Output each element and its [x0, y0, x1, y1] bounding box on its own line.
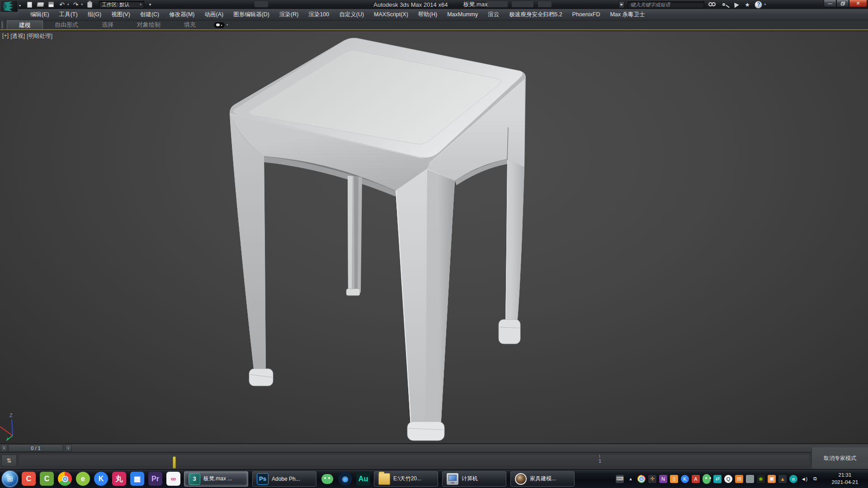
open-mini-curve-editor-button[interactable]: ⇅ [1, 455, 17, 467]
redo-button[interactable]: ↷ [72, 1, 80, 8]
menu-item[interactable]: 渲染(R) [274, 9, 303, 20]
app-video-editor[interactable]: ▦ [130, 472, 144, 486]
tab-populate[interactable]: 填充 [172, 20, 208, 29]
tray-window-util[interactable]: ▤ [735, 475, 743, 483]
tray-eset[interactable]: e [789, 475, 797, 483]
redo-dropdown[interactable]: ▾ [81, 3, 83, 6]
tray-chrome[interactable] [637, 475, 646, 483]
tab-freeform[interactable]: 自由形式 [43, 20, 90, 29]
tray-qq[interactable]: Q [724, 475, 732, 483]
menu-item[interactable]: PhoenixFD [567, 9, 605, 20]
taskbar-clock[interactable]: 21:31 2021-04-21 [826, 472, 864, 486]
help-button[interactable]: ? [755, 1, 762, 9]
app-kuaijian[interactable]: K [94, 472, 108, 486]
menu-item[interactable]: 组(G) [83, 9, 107, 20]
ribbon-minimize-caret[interactable]: ▾ [226, 23, 228, 27]
app-audition[interactable]: Au [356, 472, 370, 486]
menu-item[interactable]: 帮助(H) [413, 9, 442, 20]
close-button[interactable]: ✕ [849, 0, 867, 7]
tray-pdf[interactable]: A [692, 475, 700, 483]
time-slider-handle[interactable]: 0 / 1 [8, 445, 63, 452]
search-go-button[interactable] [708, 1, 716, 8]
task-computer[interactable]: 计算机 [442, 471, 506, 487]
cancel-expert-mode-button[interactable]: 取消专家模式 [824, 455, 856, 462]
perspective-viewport[interactable]: [+] [透视] [明暗处理] [0, 31, 868, 443]
subscription-button[interactable] [719, 1, 728, 8]
time-marker[interactable] [173, 456, 176, 469]
ribbon-drag-grip[interactable] [1, 21, 3, 28]
communication-center-button[interactable] [731, 1, 740, 8]
tray-usb[interactable]: ✓ [746, 475, 754, 483]
track-bar[interactable]: 1 [18, 454, 810, 467]
ribbon-minimize-button[interactable]: ▾ [214, 22, 225, 28]
tray-screenshot[interactable]: ▣ [768, 475, 776, 483]
menu-item[interactable]: 自定义(U) [334, 9, 369, 20]
app-premiere[interactable]: Pr [148, 472, 162, 486]
search-arrow-button[interactable]: ▶ [619, 1, 624, 8]
tray-wechat[interactable] [703, 475, 711, 483]
tray-network[interactable]: ⧉ [811, 475, 819, 483]
app-chrome[interactable] [58, 472, 72, 486]
redacted-plugin-button[interactable] [255, 1, 268, 7]
task-furniture-modeling[interactable]: 家具建模... [510, 471, 575, 487]
logo-dropdown-caret[interactable]: ▾ [19, 4, 21, 8]
menu-item[interactable]: 视图(V) [106, 9, 135, 20]
app-wechat[interactable] [320, 472, 334, 486]
application-menu-button[interactable] [0, 0, 18, 12]
task-photoshop[interactable]: Ps Adobe Ph... [252, 471, 316, 487]
tray-input-keyboard[interactable]: ⌨ [616, 475, 624, 483]
open-file-button[interactable] [36, 1, 44, 8]
app-camtasia[interactable]: C [22, 472, 36, 486]
stool-model[interactable] [0, 31, 868, 443]
menu-item[interactable]: 渲染100 [303, 9, 334, 20]
menu-item[interactable]: MaxMummy [442, 9, 483, 20]
menu-item[interactable]: 动画(A) [199, 9, 228, 20]
menu-item[interactable]: 极速瘦身安全归档5.2 [504, 9, 567, 20]
tray-firewall[interactable]: ▲ [778, 475, 787, 483]
previous-frame-button[interactable]: ‹ [1, 445, 7, 452]
tray-show-hidden[interactable]: ▴ [627, 475, 635, 483]
help-dropdown[interactable]: ▾ [764, 3, 766, 6]
menu-item[interactable]: 图形编辑器(D) [228, 9, 274, 20]
menu-item[interactable]: 渲云 [483, 9, 504, 20]
undo-dropdown[interactable]: ▾ [67, 3, 69, 6]
tray-memory-clean[interactable]: N [659, 475, 667, 483]
tab-modeling[interactable]: 建模 [7, 20, 43, 29]
task-3dsmax[interactable]: 3 板凳.max ... [184, 471, 248, 487]
tab-selection[interactable]: 选择 [90, 20, 125, 29]
app-wan[interactable]: 丸 [112, 472, 126, 486]
app-browser-360[interactable]: e [76, 472, 90, 486]
favorites-button[interactable]: ★ [743, 1, 751, 8]
tray-volume[interactable]: ◄) [800, 475, 808, 483]
tray-k-service[interactable]: K [681, 475, 689, 483]
workspace-dropdown[interactable]: 工作区: 默认 ▾ [99, 1, 144, 8]
task-folder-window[interactable]: E:\天竹20... [374, 471, 438, 487]
new-scene-button[interactable] [25, 1, 33, 8]
redacted-plugin-button[interactable] [512, 1, 533, 7]
save-file-button[interactable] [47, 1, 55, 8]
menu-item[interactable]: 编辑(E) [25, 9, 54, 20]
set-project-folder-button[interactable] [85, 1, 94, 8]
redacted-plugin-button[interactable] [486, 1, 508, 7]
redacted-plugin-button[interactable] [538, 1, 552, 7]
app-rings[interactable]: ∞ [166, 472, 180, 486]
app-aperture[interactable]: ◉ [338, 472, 352, 486]
tray-pinwheel[interactable]: ✣ [648, 475, 656, 483]
tray-orange-util[interactable]: ▯ [670, 475, 678, 483]
start-button[interactable]: ⊞ [2, 471, 18, 487]
undo-button[interactable]: ↶ [58, 1, 66, 8]
tray-transfer[interactable]: ⇄ [713, 475, 722, 483]
quick-access-customize-button[interactable]: ▼ [147, 1, 153, 8]
menu-item[interactable]: 修改器(M) [164, 9, 199, 20]
menu-item[interactable]: MAXScript(X) [369, 9, 413, 20]
minimize-button[interactable]: — [824, 0, 836, 7]
tab-object-paint[interactable]: 对象绘制 [125, 20, 172, 29]
menu-item[interactable]: 创建(C) [135, 9, 164, 20]
menu-item[interactable]: 工具(T) [54, 9, 83, 20]
tray-nvidia[interactable]: ◉ [757, 475, 765, 483]
menu-item[interactable]: Max 杀毒卫士 [605, 9, 650, 20]
next-frame-button[interactable]: › [65, 445, 71, 452]
search-input[interactable]: 键入关键字或短语 [627, 1, 704, 8]
app-camtasia-recorder[interactable]: C [40, 472, 54, 486]
restore-button[interactable] [836, 0, 849, 7]
